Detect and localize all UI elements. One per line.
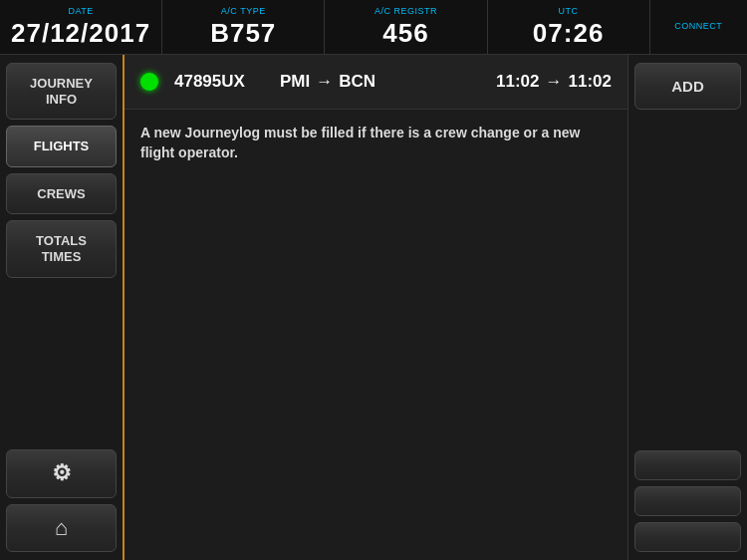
ac-type-cell: A/C Type B757 (162, 0, 325, 54)
route-arrow-icon: → (316, 72, 333, 92)
connect-cell: Connect (650, 0, 747, 54)
flight-row[interactable]: 47895UX PMI → BCN 11:02 → 11:02 (124, 55, 627, 110)
add-button[interactable]: ADD (634, 63, 741, 110)
arrival-time: 11:02 (569, 72, 612, 92)
settings-button[interactable]: ⚙ (6, 449, 117, 497)
right-btn-3[interactable] (634, 486, 741, 516)
flight-route: PMI → BCN (280, 72, 480, 92)
content-area: 47895UX PMI → BCN 11:02 → 11:02 A new Jo… (124, 55, 627, 560)
utc-cell: UTC 07:26 (488, 0, 650, 54)
home-icon: ⌂ (55, 515, 68, 540)
flight-destination: BCN (339, 72, 375, 92)
connect-label: Connect (674, 21, 722, 31)
ac-registr-value: 456 (382, 18, 428, 49)
date-value: 27/12/2017 (11, 18, 150, 49)
utc-value: 07:26 (533, 18, 605, 49)
message-area: A new Journeylog must be filled if there… (124, 110, 627, 560)
sidebar-item-flights[interactable]: FLIGHTS (6, 126, 117, 167)
ac-type-value: B757 (210, 18, 276, 49)
main-layout: JOURNEYINFO FLIGHTS CREWS TOTALSTIMES ⚙ … (0, 55, 747, 560)
departure-time: 11:02 (496, 72, 539, 92)
date-label: DATE (68, 6, 93, 16)
flight-times: 11:02 → 11:02 (496, 72, 612, 92)
sidebar: JOURNEYINFO FLIGHTS CREWS TOTALSTIMES ⚙ … (0, 55, 124, 560)
ac-registr-cell: A/C Registr 456 (325, 0, 487, 54)
right-btn-4[interactable] (634, 522, 741, 552)
ac-registr-label: A/C Registr (374, 6, 437, 16)
header: DATE 27/12/2017 A/C Type B757 A/C Regist… (0, 0, 747, 55)
utc-label: UTC (559, 6, 579, 16)
ac-type-label: A/C Type (221, 6, 266, 16)
flight-origin: PMI (280, 72, 310, 92)
status-indicator (140, 73, 158, 91)
message-text: A new Journeylog must be filled if there… (140, 124, 612, 162)
gear-icon: ⚙ (52, 460, 72, 485)
sidebar-item-crews[interactable]: CREWS (6, 173, 117, 215)
home-button[interactable]: ⌂ (6, 504, 117, 552)
times-arrow-icon: → (546, 72, 563, 92)
right-btn-2[interactable] (634, 450, 741, 480)
sidebar-item-journey-info[interactable]: JOURNEYINFO (6, 63, 117, 120)
sidebar-item-totals-times[interactable]: TOTALSTIMES (6, 220, 117, 277)
right-panel: ADD (627, 55, 747, 560)
flight-number: 47895UX (174, 72, 264, 92)
date-cell: DATE 27/12/2017 (0, 0, 162, 54)
